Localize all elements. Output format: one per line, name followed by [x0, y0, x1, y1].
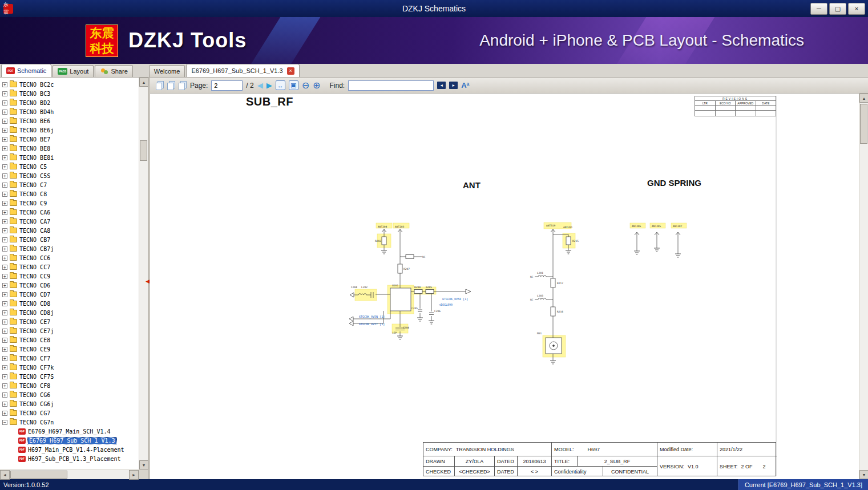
- tree-folder[interactable]: +TECNO CE7j: [0, 326, 139, 335]
- tree-folder[interactable]: +TECNO CF7: [0, 354, 139, 363]
- tree-folder[interactable]: +TECNO C7: [0, 180, 139, 189]
- page-number-input[interactable]: [211, 80, 243, 91]
- next-page-icon[interactable]: ▶: [267, 82, 272, 89]
- tree-folder[interactable]: +TECNO CD8: [0, 299, 139, 308]
- tree-folder[interactable]: +TECNO CG6j: [0, 399, 139, 408]
- tree-document[interactable]: PDFE6769_H697_Main_SCH_V1.4: [0, 427, 139, 436]
- scrollbar-thumb[interactable]: [140, 140, 147, 161]
- copy-page-icon[interactable]: [156, 81, 163, 90]
- zoom-out-icon[interactable]: ⊖: [302, 81, 309, 90]
- collapse-icon[interactable]: −: [2, 420, 7, 425]
- scrollbar-thumb[interactable]: [860, 104, 867, 144]
- tree-folder[interactable]: +TECNO CC7: [0, 262, 139, 272]
- scroll-right-icon[interactable]: ►: [129, 470, 139, 480]
- tree-folder[interactable]: +TECNO CE9: [0, 345, 139, 354]
- tree-folder[interactable]: +TECNO BC3: [0, 89, 139, 98]
- expand-icon[interactable]: +: [2, 110, 7, 115]
- scroll-down-icon[interactable]: ▼: [139, 460, 148, 469]
- previous-page-icon[interactable]: ◀: [257, 82, 263, 89]
- expand-icon[interactable]: +: [2, 301, 7, 306]
- zoom-in-icon[interactable]: ⊕: [313, 81, 320, 90]
- copy-pages-icon[interactable]: [167, 81, 175, 90]
- tree-document[interactable]: PDFE6769_H697_Sub_SCH_1_V1.3: [0, 436, 139, 445]
- snapshot-icon[interactable]: [179, 81, 186, 90]
- tree-document[interactable]: PDFH697_Main_PCB_V1.4-Placement: [0, 445, 139, 454]
- tab-layout[interactable]: PADS Layout: [53, 65, 94, 77]
- tab-schematic[interactable]: PDF Schematic: [1, 64, 51, 77]
- tab-share[interactable]: Share: [95, 65, 132, 77]
- expand-icon[interactable]: +: [2, 201, 7, 206]
- tree-folder[interactable]: +TECNO CA7: [0, 217, 139, 226]
- expand-icon[interactable]: +: [2, 164, 7, 169]
- expand-icon[interactable]: +: [2, 365, 7, 370]
- fit-page-icon[interactable]: ▣: [289, 80, 298, 90]
- scrollbar-thumb[interactable]: [10, 471, 67, 479]
- tree-folder[interactable]: +TECNO C5: [0, 162, 139, 171]
- tree-folder[interactable]: +TECNO CD7: [0, 290, 139, 299]
- tree-folder[interactable]: +TECNO BD2: [0, 98, 139, 107]
- expand-icon[interactable]: +: [2, 100, 7, 106]
- tree-folder[interactable]: +TECNO CF8: [0, 381, 139, 390]
- expand-icon[interactable]: +: [2, 146, 7, 151]
- expand-icon[interactable]: +: [2, 319, 7, 325]
- expand-icon[interactable]: +: [2, 329, 7, 334]
- tree-folder[interactable]: +TECNO CB7: [0, 235, 139, 244]
- expand-icon[interactable]: +: [2, 192, 7, 197]
- match-case-icon[interactable]: Aª: [461, 81, 469, 90]
- find-next-icon[interactable]: ►: [449, 82, 458, 89]
- expand-icon[interactable]: +: [2, 392, 7, 398]
- close-tab-icon[interactable]: ×: [287, 67, 294, 75]
- expand-icon[interactable]: +: [2, 265, 7, 270]
- minimize-button[interactable]: ─: [810, 3, 827, 15]
- close-button[interactable]: ×: [848, 3, 865, 15]
- tree-folder[interactable]: +TECNO BE8: [0, 144, 139, 153]
- tree-folder[interactable]: +TECNO BC2c: [0, 80, 139, 89]
- expand-icon[interactable]: +: [2, 402, 7, 407]
- tree-folder[interactable]: +TECNO CA8: [0, 226, 139, 235]
- tree-document[interactable]: PDFH697_Sub_PCB_V1.3_Placement: [0, 454, 139, 463]
- tree-folder[interactable]: −TECNO CG7n: [0, 418, 139, 427]
- tree-folder[interactable]: +TECNO C5S: [0, 171, 139, 180]
- scroll-up-icon[interactable]: ▲: [859, 94, 868, 103]
- expand-icon[interactable]: +: [2, 137, 7, 142]
- tree-folder[interactable]: +TECNO CE8: [0, 335, 139, 345]
- tree-folder[interactable]: +TECNO CE7: [0, 317, 139, 326]
- expand-icon[interactable]: +: [2, 356, 7, 361]
- expand-icon[interactable]: +: [2, 338, 7, 343]
- tree-folder[interactable]: +TECNO CC6: [0, 253, 139, 262]
- tab-document[interactable]: E6769_H697_Sub_SCH_1_V1.3 ×: [186, 64, 299, 77]
- tree-folder[interactable]: +TECNO BE6: [0, 116, 139, 125]
- find-input[interactable]: [348, 80, 434, 91]
- tree-folder[interactable]: +TECNO BE6j: [0, 125, 139, 135]
- expand-icon[interactable]: +: [2, 274, 7, 279]
- tree-folder[interactable]: +TECNO CB7j: [0, 244, 139, 253]
- expand-icon[interactable]: +: [2, 383, 7, 388]
- expand-icon[interactable]: +: [2, 228, 7, 233]
- tree-folder[interactable]: +TECNO CD8j: [0, 308, 139, 317]
- expand-icon[interactable]: +: [2, 91, 7, 96]
- scroll-up-icon[interactable]: ▲: [139, 78, 148, 87]
- tree-folder[interactable]: +TECNO BE8i: [0, 153, 139, 162]
- tree-folder[interactable]: +TECNO CG6: [0, 390, 139, 399]
- tree-folder[interactable]: +TECNO CF7k: [0, 363, 139, 372]
- tree-folder[interactable]: +TECNO CG7: [0, 408, 139, 418]
- expand-icon[interactable]: +: [2, 283, 7, 288]
- tree-folder[interactable]: +TECNO C9: [0, 199, 139, 208]
- expand-icon[interactable]: +: [2, 183, 7, 188]
- tree-folder[interactable]: +TECNO BE7: [0, 135, 139, 144]
- expand-icon[interactable]: +: [2, 246, 7, 252]
- tab-welcome[interactable]: Welcome: [149, 65, 185, 77]
- expand-icon[interactable]: +: [2, 173, 7, 179]
- tree-folder[interactable]: +TECNO BD4h: [0, 107, 139, 116]
- find-previous-icon[interactable]: ◄: [437, 82, 446, 89]
- fit-width-icon[interactable]: ↔: [276, 80, 285, 90]
- expand-icon[interactable]: +: [2, 210, 7, 215]
- sidebar-vertical-scrollbar[interactable]: ▲ ▼: [139, 78, 148, 469]
- tree-folder[interactable]: +TECNO CC9: [0, 272, 139, 281]
- pdf-viewer[interactable]: ANT204ANT203R202NCR207U201C204L202R204R2…: [150, 94, 859, 479]
- collapse-sidebar-icon[interactable]: ◀: [146, 278, 150, 284]
- sidebar-horizontal-scrollbar[interactable]: ◄ ►: [0, 469, 139, 479]
- expand-icon[interactable]: +: [2, 237, 7, 242]
- expand-icon[interactable]: +: [2, 411, 7, 416]
- viewer-vertical-scrollbar[interactable]: ▲ ▼: [859, 94, 868, 479]
